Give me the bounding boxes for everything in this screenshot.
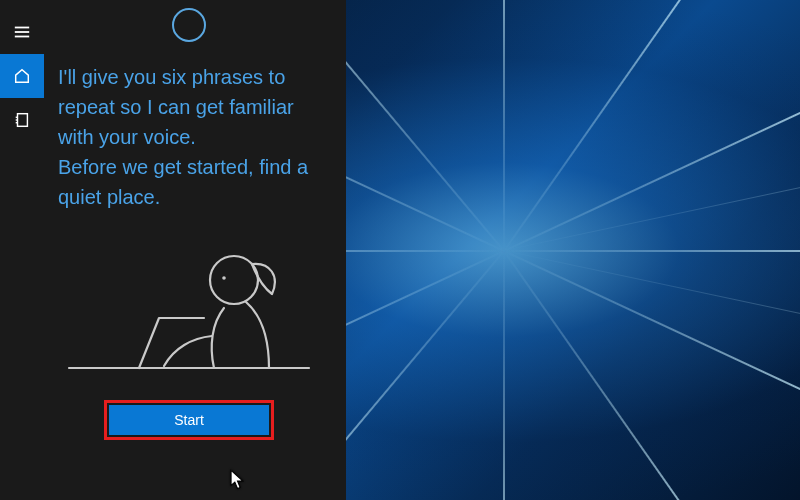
start-button[interactable]: Start — [109, 405, 269, 435]
cortana-logo-icon — [172, 8, 206, 42]
illustration-person-laptop — [58, 228, 320, 378]
hamburger-icon — [13, 23, 31, 41]
svg-rect-3 — [18, 114, 28, 127]
notebook-button[interactable] — [0, 98, 44, 142]
cortana-panel: I'll give you six phrases to repeat so I… — [0, 0, 346, 500]
home-button[interactable] — [0, 54, 44, 98]
cortana-nav-rail — [0, 0, 44, 500]
tutorial-highlight: Start — [104, 400, 274, 440]
menu-button[interactable] — [0, 10, 44, 54]
home-icon — [13, 67, 31, 85]
notebook-icon — [13, 111, 31, 129]
cortana-content: I'll give you six phrases to repeat so I… — [44, 0, 346, 500]
svg-point-9 — [210, 256, 258, 304]
svg-point-10 — [222, 276, 226, 280]
voice-training-prompt: I'll give you six phrases to repeat so I… — [58, 62, 320, 212]
